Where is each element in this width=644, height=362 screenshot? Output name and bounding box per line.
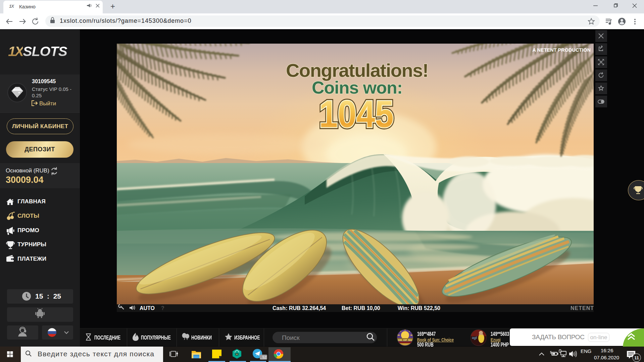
svg-text:A NETENT PRODUCTION: A NETENT PRODUCTION xyxy=(533,47,591,53)
svg-text:1045: 1045 xyxy=(319,93,394,135)
